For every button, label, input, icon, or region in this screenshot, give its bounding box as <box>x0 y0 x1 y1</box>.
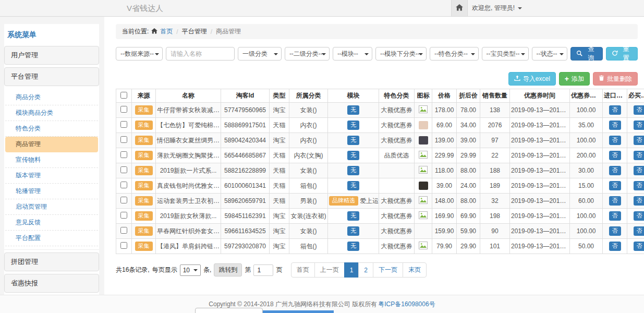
import-excel-button[interactable]: 导入excel <box>508 72 556 86</box>
sidebar-item-feedback[interactable]: 意见反馈 <box>5 215 98 231</box>
source-badge: 采集 <box>135 136 153 145</box>
row-checkbox-cell <box>116 178 132 194</box>
page-button-1[interactable]: 1 <box>344 262 359 278</box>
sales-cell: 97 <box>480 133 510 148</box>
module-sub-select[interactable]: --模块下分类-- <box>375 47 427 61</box>
refresh-icon <box>612 50 618 58</box>
category1-select[interactable]: 一级分类 <box>238 47 282 61</box>
import-select-toggle[interactable]: 否 <box>609 105 621 115</box>
import-select-toggle[interactable]: 否 <box>609 151 621 160</box>
row-checkbox[interactable] <box>120 182 127 188</box>
header-home-button[interactable] <box>451 0 468 16</box>
import-select-toggle[interactable]: 否 <box>609 166 621 175</box>
page-number-input[interactable] <box>253 264 273 276</box>
page-button-上一页[interactable]: 上一页 <box>314 262 345 278</box>
category2-select[interactable]: --二级分类-- <box>285 47 330 61</box>
add-button[interactable]: + 添加 <box>559 72 590 86</box>
import-select-toggle[interactable]: 否 <box>609 196 621 206</box>
breadcrumb-home-link[interactable]: 首页 <box>160 27 173 36</box>
data-source-select[interactable]: --数据来源-- <box>116 47 163 61</box>
must-buy-toggle[interactable]: 否 <box>634 166 644 175</box>
must-buy-toggle[interactable]: 否 <box>634 211 644 221</box>
import-select-toggle[interactable]: 否 <box>609 181 621 190</box>
row-checkbox[interactable] <box>120 121 127 128</box>
page-button-2[interactable]: 2 <box>358 262 373 278</box>
type-cell: 天猫 <box>270 163 289 178</box>
price-cell: 69.00 <box>432 118 457 133</box>
column-header: 优惠券时间 <box>510 89 570 103</box>
import-select-toggle[interactable]: 否 <box>609 226 621 236</box>
reset-button[interactable]: 重置 <box>606 47 638 61</box>
must-buy-cell: 否 <box>627 118 644 133</box>
row-checkbox[interactable] <box>120 106 127 113</box>
row-checkbox[interactable] <box>120 197 127 203</box>
sidebar-group-user-management[interactable]: 用户管理 <box>4 46 99 65</box>
user-menu[interactable]: 欢迎您, 管理员! <box>472 0 522 16</box>
import-select-toggle[interactable]: 否 <box>609 242 621 251</box>
sidebar-item-carousel-management[interactable]: 轮播管理 <box>5 184 98 199</box>
page-button-首页[interactable]: 首页 <box>291 262 315 278</box>
row-checkbox[interactable] <box>120 227 127 234</box>
module-select[interactable]: --模块-- <box>333 47 372 61</box>
must-buy-toggle[interactable]: 否 <box>634 196 644 206</box>
source-badge: 采集 <box>135 242 153 251</box>
name-cell: 【七色纺】可爱纯棉家... <box>156 118 221 133</box>
sidebar-item-platform-config[interactable]: 平台配置 <box>5 231 98 246</box>
must-buy-toggle[interactable]: 否 <box>634 151 644 160</box>
per-page-select[interactable]: 10 <box>180 264 201 276</box>
icon-cell <box>415 178 432 194</box>
sidebar-item-feature-category[interactable]: 特色分类 <box>5 121 98 137</box>
row-checkbox[interactable] <box>120 166 127 173</box>
source-badge: 采集 <box>135 121 153 130</box>
caret-down-icon <box>274 53 278 55</box>
source-cell: 采集 <box>132 133 156 148</box>
row-checkbox[interactable] <box>120 151 127 158</box>
icp-link[interactable]: 粤ICP备16098006号 <box>378 300 435 309</box>
category-cell: 内衣() <box>289 118 328 133</box>
sidebar-item-module-goods-category[interactable]: 模块商品分类 <box>5 105 98 121</box>
import-select-toggle[interactable]: 否 <box>609 136 621 145</box>
column-header: 价格 <box>432 89 457 103</box>
broken-image-icon <box>419 107 428 115</box>
sidebar-group-groupon-management[interactable]: 拼团管理 <box>4 252 99 271</box>
sidebar-group-savings-express[interactable]: 省惠快报 <box>4 274 99 293</box>
sidebar-item-splash-management[interactable]: 启动页管理 <box>5 199 98 215</box>
feature-cell <box>379 163 415 178</box>
action-bar: 导入excel + 添加 批量删除 <box>116 72 638 86</box>
module-cell: 无 <box>328 103 379 118</box>
broken-image-icon <box>419 198 428 206</box>
page-button-下一页[interactable]: 下一页 <box>373 262 403 278</box>
page-button-末页[interactable]: 末页 <box>403 262 427 278</box>
status-select[interactable]: --状态-- <box>532 47 567 61</box>
module-cell: 无 <box>328 133 379 148</box>
item-type-select[interactable]: --宝贝类型-- <box>482 47 529 61</box>
row-checkbox-cell <box>116 194 132 209</box>
import-select-toggle[interactable]: 否 <box>609 211 621 221</box>
sidebar-item-version-management[interactable]: 版本管理 <box>5 168 98 184</box>
must-buy-toggle[interactable]: 否 <box>634 226 644 236</box>
taoke-id-cell: 597293020870 <box>221 239 270 254</box>
must-buy-toggle[interactable]: 否 <box>634 105 644 115</box>
must-buy-toggle[interactable]: 否 <box>634 121 644 130</box>
sidebar-item-goods-management[interactable]: 商品管理 <box>5 137 98 152</box>
sidebar-group-platform-management[interactable]: 平台管理 <box>4 67 99 86</box>
select-all-checkbox[interactable] <box>120 92 127 99</box>
column-header: 所属分类 <box>289 89 328 103</box>
must-buy-toggle[interactable]: 否 <box>634 181 644 190</box>
coupon-amount-cell: 100.00 <box>570 133 603 148</box>
batch-delete-button[interactable]: 批量删除 <box>593 72 638 86</box>
row-checkbox[interactable] <box>120 136 127 143</box>
sidebar-item-goods-category[interactable]: 商品分类 <box>5 90 98 105</box>
source-cell: 采集 <box>132 209 156 224</box>
jump-button[interactable]: 跳转到 <box>214 263 242 276</box>
sidebar-item-promo-materials[interactable]: 宣传物料 <box>5 152 98 168</box>
import-select-toggle[interactable]: 否 <box>609 121 621 130</box>
search-button[interactable]: 查询 <box>570 47 603 61</box>
row-checkbox[interactable] <box>120 242 127 249</box>
must-buy-toggle[interactable]: 否 <box>634 242 644 251</box>
must-buy-toggle[interactable]: 否 <box>634 136 644 145</box>
feature-select[interactable]: --特色分类-- <box>430 47 479 61</box>
sales-cell: 198 <box>480 209 510 224</box>
row-checkbox[interactable] <box>120 212 127 219</box>
name-search-input[interactable] <box>166 47 235 61</box>
